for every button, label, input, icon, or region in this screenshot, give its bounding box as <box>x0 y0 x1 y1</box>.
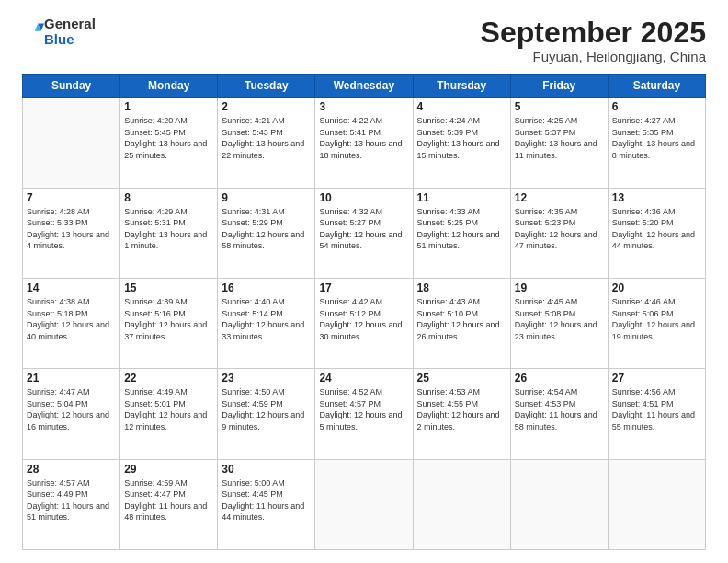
day-info: Sunrise: 4:31 AM Sunset: 5:29 PM Dayligh… <box>222 206 311 252</box>
calendar-table: SundayMondayTuesdayWednesdayThursdayFrid… <box>22 74 706 550</box>
weekday-header-thursday: Thursday <box>413 75 510 98</box>
day-number: 10 <box>319 191 408 204</box>
calendar-cell: 20Sunrise: 4:46 AM Sunset: 5:06 PM Dayli… <box>608 278 705 368</box>
day-number: 8 <box>124 191 213 204</box>
calendar-cell: 18Sunrise: 4:43 AM Sunset: 5:10 PM Dayli… <box>413 278 510 368</box>
day-number: 24 <box>319 372 408 385</box>
day-info: Sunrise: 4:56 AM Sunset: 4:51 PM Dayligh… <box>612 386 701 432</box>
calendar-cell: 10Sunrise: 4:32 AM Sunset: 5:27 PM Dayli… <box>315 188 413 278</box>
day-number: 30 <box>222 463 311 476</box>
day-number: 25 <box>417 372 506 385</box>
day-number: 21 <box>27 372 116 385</box>
calendar-cell: 7Sunrise: 4:28 AM Sunset: 5:33 PM Daylig… <box>23 188 120 278</box>
day-info: Sunrise: 4:27 AM Sunset: 5:35 PM Dayligh… <box>612 115 701 161</box>
calendar-cell: 6Sunrise: 4:27 AM Sunset: 5:35 PM Daylig… <box>608 98 705 188</box>
calendar-cell: 23Sunrise: 4:50 AM Sunset: 4:59 PM Dayli… <box>218 369 315 459</box>
calendar-cell: 12Sunrise: 4:35 AM Sunset: 5:23 PM Dayli… <box>510 188 608 278</box>
weekday-header-sunday: Sunday <box>23 75 120 98</box>
day-info: Sunrise: 4:32 AM Sunset: 5:27 PM Dayligh… <box>319 206 408 252</box>
calendar-cell: 9Sunrise: 4:31 AM Sunset: 5:29 PM Daylig… <box>218 188 315 278</box>
day-number: 11 <box>417 191 506 204</box>
weekday-header-monday: Monday <box>120 75 218 98</box>
week-row-1: 1Sunrise: 4:20 AM Sunset: 5:45 PM Daylig… <box>23 98 706 188</box>
calendar-cell: 14Sunrise: 4:38 AM Sunset: 5:18 PM Dayli… <box>23 278 120 368</box>
day-number: 6 <box>612 100 701 113</box>
calendar-cell <box>413 459 510 549</box>
day-number: 16 <box>222 282 311 294</box>
day-number: 3 <box>319 100 408 113</box>
day-info: Sunrise: 4:24 AM Sunset: 5:39 PM Dayligh… <box>417 115 506 161</box>
day-info: Sunrise: 4:29 AM Sunset: 5:31 PM Dayligh… <box>124 206 213 252</box>
day-number: 17 <box>319 282 408 294</box>
day-info: Sunrise: 4:54 AM Sunset: 4:53 PM Dayligh… <box>515 386 604 432</box>
day-number: 12 <box>515 191 604 204</box>
calendar-cell: 8Sunrise: 4:29 AM Sunset: 5:31 PM Daylig… <box>120 188 218 278</box>
day-info: Sunrise: 4:20 AM Sunset: 5:45 PM Dayligh… <box>124 115 213 161</box>
day-info: Sunrise: 4:40 AM Sunset: 5:14 PM Dayligh… <box>222 296 311 342</box>
calendar-cell <box>315 459 413 549</box>
day-number: 26 <box>515 372 604 385</box>
calendar-cell: 25Sunrise: 4:53 AM Sunset: 4:55 PM Dayli… <box>413 369 510 459</box>
day-info: Sunrise: 4:57 AM Sunset: 4:49 PM Dayligh… <box>27 477 116 523</box>
day-number: 20 <box>612 282 701 294</box>
day-info: Sunrise: 4:42 AM Sunset: 5:12 PM Dayligh… <box>319 296 408 342</box>
day-info: Sunrise: 4:47 AM Sunset: 5:04 PM Dayligh… <box>27 386 116 432</box>
day-number: 28 <box>27 463 116 476</box>
day-number: 7 <box>27 191 116 204</box>
day-number: 19 <box>515 282 604 294</box>
weekday-header-saturday: Saturday <box>608 75 705 98</box>
day-info: Sunrise: 4:45 AM Sunset: 5:08 PM Dayligh… <box>515 296 604 342</box>
calendar-cell: 5Sunrise: 4:25 AM Sunset: 5:37 PM Daylig… <box>510 98 608 188</box>
day-info: Sunrise: 4:36 AM Sunset: 5:20 PM Dayligh… <box>612 206 701 252</box>
day-number: 5 <box>515 100 604 113</box>
day-number: 13 <box>612 191 701 204</box>
weekday-header-tuesday: Tuesday <box>218 75 315 98</box>
day-info: Sunrise: 4:50 AM Sunset: 4:59 PM Dayligh… <box>222 386 311 432</box>
calendar-cell: 29Sunrise: 4:59 AM Sunset: 4:47 PM Dayli… <box>120 459 218 549</box>
calendar-cell: 24Sunrise: 4:52 AM Sunset: 4:57 PM Dayli… <box>315 369 413 459</box>
day-number: 14 <box>27 282 116 294</box>
calendar-cell: 11Sunrise: 4:33 AM Sunset: 5:25 PM Dayli… <box>413 188 510 278</box>
calendar-cell: 13Sunrise: 4:36 AM Sunset: 5:20 PM Dayli… <box>608 188 705 278</box>
logo-general: General Blue <box>44 17 96 47</box>
title-block: September 2025 Fuyuan, Heilongjiang, Chi… <box>481 17 706 64</box>
calendar-cell: 21Sunrise: 4:47 AM Sunset: 5:04 PM Dayli… <box>23 369 120 459</box>
calendar-cell: 4Sunrise: 4:24 AM Sunset: 5:39 PM Daylig… <box>413 98 510 188</box>
week-row-3: 14Sunrise: 4:38 AM Sunset: 5:18 PM Dayli… <box>23 278 706 368</box>
day-info: Sunrise: 4:39 AM Sunset: 5:16 PM Dayligh… <box>124 296 213 342</box>
day-info: Sunrise: 4:28 AM Sunset: 5:33 PM Dayligh… <box>27 206 116 252</box>
calendar-cell: 28Sunrise: 4:57 AM Sunset: 4:49 PM Dayli… <box>23 459 120 549</box>
weekday-header-wednesday: Wednesday <box>315 75 413 98</box>
calendar-cell: 27Sunrise: 4:56 AM Sunset: 4:51 PM Dayli… <box>608 369 705 459</box>
calendar-cell: 16Sunrise: 4:40 AM Sunset: 5:14 PM Dayli… <box>218 278 315 368</box>
calendar-cell: 2Sunrise: 4:21 AM Sunset: 5:43 PM Daylig… <box>218 98 315 188</box>
day-info: Sunrise: 4:53 AM Sunset: 4:55 PM Dayligh… <box>417 386 506 432</box>
weekday-header-friday: Friday <box>510 75 608 98</box>
day-info: Sunrise: 4:25 AM Sunset: 5:37 PM Dayligh… <box>515 115 604 161</box>
calendar-location: Fuyuan, Heilongjiang, China <box>481 49 706 64</box>
day-info: Sunrise: 4:43 AM Sunset: 5:10 PM Dayligh… <box>417 296 506 342</box>
day-number: 15 <box>124 282 213 294</box>
day-info: Sunrise: 4:33 AM Sunset: 5:25 PM Dayligh… <box>417 206 506 252</box>
day-number: 1 <box>124 100 213 113</box>
logo: General Blue <box>22 17 96 47</box>
day-number: 4 <box>417 100 506 113</box>
day-info: Sunrise: 4:59 AM Sunset: 4:47 PM Dayligh… <box>124 477 213 523</box>
week-row-5: 28Sunrise: 4:57 AM Sunset: 4:49 PM Dayli… <box>23 459 706 549</box>
calendar-cell: 3Sunrise: 4:22 AM Sunset: 5:41 PM Daylig… <box>315 98 413 188</box>
weekday-header-row: SundayMondayTuesdayWednesdayThursdayFrid… <box>23 75 706 98</box>
day-number: 22 <box>124 372 213 385</box>
calendar-cell <box>510 459 608 549</box>
calendar-cell: 30Sunrise: 5:00 AM Sunset: 4:45 PM Dayli… <box>218 459 315 549</box>
day-info: Sunrise: 4:46 AM Sunset: 5:06 PM Dayligh… <box>612 296 701 342</box>
calendar-title: September 2025 <box>481 17 706 49</box>
day-number: 2 <box>222 100 311 113</box>
calendar-cell: 1Sunrise: 4:20 AM Sunset: 5:45 PM Daylig… <box>120 98 218 188</box>
calendar-cell: 17Sunrise: 4:42 AM Sunset: 5:12 PM Dayli… <box>315 278 413 368</box>
day-number: 23 <box>222 372 311 385</box>
calendar-cell: 26Sunrise: 4:54 AM Sunset: 4:53 PM Dayli… <box>510 369 608 459</box>
day-info: Sunrise: 4:49 AM Sunset: 5:01 PM Dayligh… <box>124 386 213 432</box>
day-number: 27 <box>612 372 701 385</box>
calendar-cell <box>23 98 120 188</box>
day-number: 9 <box>222 191 311 204</box>
